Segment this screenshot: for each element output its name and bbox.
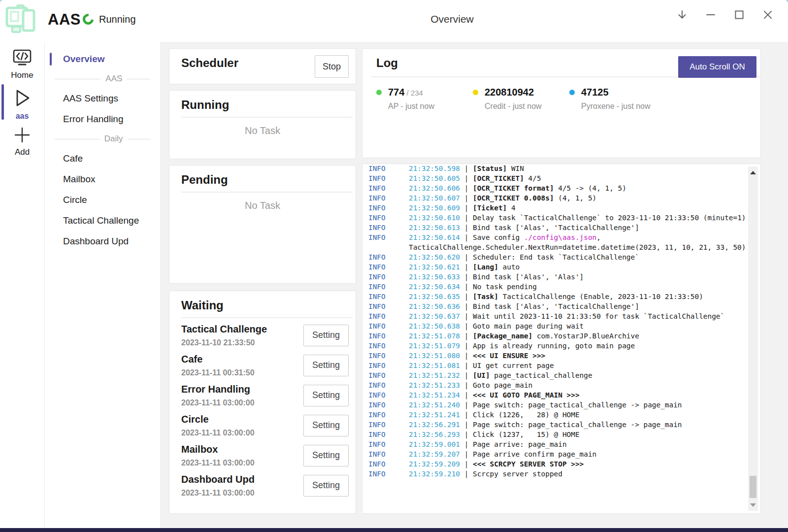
maximize-icon[interactable] bbox=[733, 8, 746, 21]
task-setting-button[interactable]: Setting bbox=[303, 385, 349, 406]
log-text: 21:32:51.079 | App is already running, g… bbox=[409, 341, 748, 351]
log-text: 21:32:50.609 | [Ticket] 4 bbox=[409, 203, 748, 213]
waiting-item: Tactical Challenge2023-11-10 21:33:50Set… bbox=[181, 320, 349, 350]
sidebar-item-label: Circle bbox=[63, 195, 87, 205]
log-message: [Ticket] bbox=[473, 204, 507, 212]
log-line: INFO21:32:56.291 | Page switch: page_tac… bbox=[368, 420, 748, 430]
log-message: Click (1226, 28) @ HOME bbox=[473, 411, 580, 419]
sidebar-item-label: Cafe bbox=[63, 153, 83, 164]
log-timestamp: 21:32:51.080 bbox=[409, 352, 460, 360]
waiting-item-name: Circle bbox=[181, 414, 255, 425]
active-indicator bbox=[50, 152, 52, 165]
rail-item-add[interactable]: Add bbox=[0, 126, 44, 157]
app-logo-icon bbox=[5, 4, 37, 34]
sidebar-item-mailbox[interactable]: Mailbox bbox=[45, 169, 160, 190]
log-level: INFO bbox=[368, 164, 409, 173]
sidebar-item-aas-settings[interactable]: AAS Settings bbox=[45, 88, 160, 109]
log-separator: | bbox=[460, 440, 473, 448]
log-message: 4/5 -> (4, 1, 5) bbox=[554, 184, 626, 192]
log-message: (4, 1, 5) bbox=[554, 194, 597, 202]
running-empty-text: No Task bbox=[169, 125, 356, 136]
sidebar-item-dashboard-upd[interactable]: Dashboard Upd bbox=[45, 231, 160, 252]
app-window: AAS Running Overview bbox=[0, 0, 788, 532]
log-line: INFO21:32:50.637 | Wait until 2023-11-10… bbox=[368, 311, 748, 321]
log-message: ./config\aas.json bbox=[524, 233, 596, 241]
scrollbar-thumb[interactable] bbox=[750, 476, 756, 498]
task-setting-button[interactable]: Setting bbox=[303, 325, 349, 346]
log-level: INFO bbox=[368, 400, 409, 410]
log-message: [Package_name] bbox=[473, 332, 532, 340]
stat-dot-icon bbox=[569, 90, 575, 95]
log-stat: 774 / 234AP - just now bbox=[376, 87, 473, 111]
sidebar-item-overview[interactable]: Overview bbox=[45, 49, 160, 69]
log-line: INFO21:32:51.080 | <<< UI ENSURE >>> bbox=[368, 351, 748, 361]
sidebar-item-circle[interactable]: Circle bbox=[45, 190, 160, 210]
log-level: INFO bbox=[368, 331, 409, 341]
task-setting-button[interactable]: Setting bbox=[303, 445, 349, 466]
task-setting-button[interactable]: Setting bbox=[303, 415, 349, 436]
log-scrollbar[interactable] bbox=[748, 166, 758, 511]
rail-item-home[interactable]: Home bbox=[0, 49, 44, 80]
rail-item-aas[interactable]: aas bbox=[0, 87, 44, 121]
log-level: INFO bbox=[368, 301, 409, 311]
log-message: <<< UI ENSURE >>> bbox=[473, 352, 545, 360]
waiting-item: Error Handling2023-11-11 03:00:00Setting bbox=[181, 380, 349, 410]
log-message: Scrcpy server stopped bbox=[473, 470, 562, 478]
log-timestamp: 21:32:50.614 bbox=[409, 233, 460, 241]
active-indicator bbox=[50, 235, 52, 248]
log-header-panel: Log Auto Scroll ON 774 / 234AP - just no… bbox=[362, 48, 761, 158]
close-icon[interactable] bbox=[761, 8, 774, 21]
stat-value: 47125 bbox=[581, 87, 609, 98]
log-text: 21:32:50.598 | [Status] WIN bbox=[409, 164, 748, 173]
log-text: 21:32:50.634 | No task pending bbox=[409, 282, 748, 292]
log-text: 21:32:50.635 | [Task] TacticalChallenge … bbox=[409, 292, 748, 301]
sidebar-item-cafe[interactable]: Cafe bbox=[45, 148, 160, 169]
running-spinner-icon bbox=[81, 12, 96, 27]
log-text: 21:32:50.606 | [OCR_TICKET format] 4/5 -… bbox=[409, 183, 748, 193]
active-indicator bbox=[50, 92, 52, 105]
scrollbar-down-button[interactable] bbox=[748, 500, 758, 510]
log-level: INFO bbox=[368, 449, 409, 459]
log-timestamp: 21:32:59.209 bbox=[409, 460, 460, 468]
auto-scroll-toggle[interactable]: Auto Scroll ON bbox=[678, 56, 756, 78]
log-level: INFO bbox=[368, 420, 409, 430]
app-brand: AAS bbox=[48, 11, 81, 29]
sidebar-item-error-handling[interactable]: Error Handling bbox=[45, 109, 160, 130]
task-setting-button[interactable]: Setting bbox=[303, 475, 349, 497]
log-separator: | bbox=[460, 273, 473, 281]
waiting-item-next-run: 2023-11-11 03:00:00 bbox=[181, 429, 255, 437]
log-output-panel[interactable]: INFO21:32:50.598 | [Status] WININFO21:32… bbox=[362, 164, 761, 514]
log-separator: | bbox=[460, 302, 473, 310]
sidebar-item-label: Tactical Challenge bbox=[63, 215, 139, 226]
sidebar-item-label: Dashboard Upd bbox=[63, 236, 129, 247]
log-timestamp: 21:32:50.607 bbox=[409, 194, 460, 202]
rail-item-label: aas bbox=[0, 112, 44, 121]
log-level: INFO bbox=[368, 223, 409, 233]
task-setting-button[interactable]: Setting bbox=[303, 355, 349, 376]
sidebar-item-tactical-challenge[interactable]: Tactical Challenge bbox=[45, 210, 160, 231]
section-line bbox=[55, 79, 100, 79]
log-line: INFO21:32:59.207 | Page arrive confirm p… bbox=[368, 449, 748, 459]
log-timestamp: 21:32:51.234 bbox=[409, 391, 460, 399]
log-line: INFO21:32:50.621 | [Lang] auto bbox=[368, 262, 748, 272]
log-message: 4/5 bbox=[524, 174, 541, 182]
log-timestamp: 21:32:50.598 bbox=[409, 165, 460, 172]
log-line: INFO21:32:50.638 | Goto main page during… bbox=[368, 321, 748, 331]
download-icon[interactable] bbox=[676, 8, 689, 21]
log-message: Delay task `TacticalChallenge` to 2023-1… bbox=[473, 214, 746, 222]
pending-title: Pending bbox=[169, 166, 356, 187]
scrollbar-up-button[interactable] bbox=[748, 167, 758, 177]
stop-button[interactable]: Stop bbox=[315, 55, 349, 78]
log-separator: | bbox=[460, 224, 473, 232]
log-line: INFO21:32:51.241 | Click (1226, 28) @ HO… bbox=[368, 410, 748, 420]
sidebar-section-aas: AAS bbox=[45, 69, 160, 88]
log-message: auto bbox=[498, 263, 520, 271]
log-line: INFO21:32:50.633 | Bind task ['Alas', 'A… bbox=[368, 272, 748, 282]
log-separator: | bbox=[460, 263, 473, 271]
minimize-icon[interactable] bbox=[704, 8, 717, 21]
log-level: INFO bbox=[368, 341, 409, 351]
log-timestamp: 21:32:51.241 bbox=[409, 411, 460, 419]
log-line: INFO21:32:50.636 | Bind task ['Alas', 'T… bbox=[368, 301, 748, 311]
log-level: INFO bbox=[368, 173, 409, 183]
log-timestamp: 21:32:51.240 bbox=[409, 401, 460, 409]
